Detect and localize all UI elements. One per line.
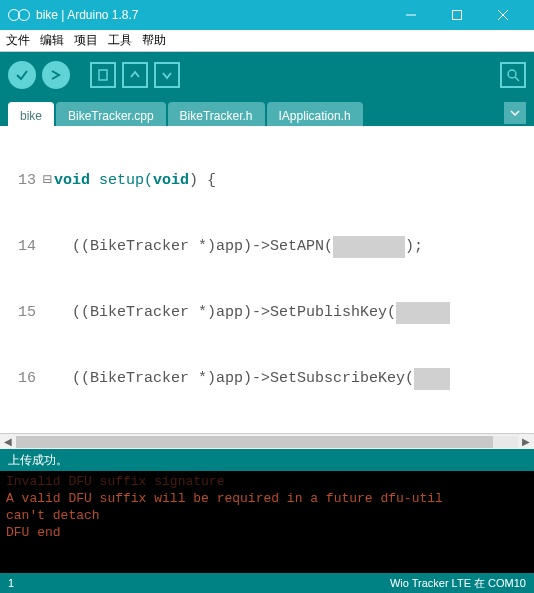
footer-board-info: Wio Tracker LTE 在 COM10 <box>390 576 526 591</box>
save-button[interactable] <box>154 62 180 88</box>
chevron-down-icon <box>510 108 520 118</box>
arrow-right-icon <box>49 68 63 82</box>
magnifier-icon <box>506 68 520 82</box>
console-line: A valid DFU suffix will be required in a… <box>6 490 528 507</box>
upload-button[interactable] <box>42 61 70 89</box>
console-line: Invalid DFU suffix signature <box>6 473 528 490</box>
close-button[interactable] <box>480 0 526 30</box>
status-bar: 上传成功。 <box>0 449 534 471</box>
menubar: 文件 编辑 项目 工具 帮助 <box>0 30 534 52</box>
console-line: DFU end <box>6 524 528 541</box>
arrow-up-icon <box>128 68 142 82</box>
minimize-icon <box>406 10 416 20</box>
svg-point-5 <box>508 70 516 78</box>
fold-icon[interactable]: ⊟ <box>40 170 54 192</box>
menu-project[interactable]: 项目 <box>74 32 98 49</box>
tabbar: bike BikeTracker.cpp BikeTracker.h IAppl… <box>0 98 534 126</box>
check-icon <box>15 68 29 82</box>
svg-rect-1 <box>453 11 462 20</box>
console-line: can't detach <box>6 507 528 524</box>
line-number: 14 <box>0 236 40 258</box>
maximize-button[interactable] <box>434 0 480 30</box>
menu-help[interactable]: 帮助 <box>142 32 166 49</box>
status-message: 上传成功。 <box>8 453 68 467</box>
scroll-right-icon[interactable]: ▶ <box>518 436 534 447</box>
svg-rect-4 <box>99 70 107 80</box>
open-button[interactable] <box>122 62 148 88</box>
titlebar: bike | Arduino 1.8.7 <box>0 0 534 30</box>
tab-iapplication-h[interactable]: IApplication.h <box>267 102 363 126</box>
arduino-logo-icon <box>8 8 30 22</box>
arrow-down-icon <box>160 68 174 82</box>
footer-line-number: 1 <box>8 577 14 589</box>
redacted-text <box>396 302 450 324</box>
scroll-left-icon[interactable]: ◀ <box>0 436 16 447</box>
maximize-icon <box>452 10 462 20</box>
window-title: bike | Arduino 1.8.7 <box>36 8 388 22</box>
menu-edit[interactable]: 编辑 <box>40 32 64 49</box>
new-file-icon <box>96 68 110 82</box>
tab-biketracker-h[interactable]: BikeTracker.h <box>168 102 265 126</box>
verify-button[interactable] <box>8 61 36 89</box>
minimize-button[interactable] <box>388 0 434 30</box>
footer-bar: 1 Wio Tracker LTE 在 COM10 <box>0 573 534 593</box>
line-number: 13 <box>0 170 40 192</box>
horizontal-scrollbar[interactable]: ◀ ▶ <box>0 433 534 449</box>
menu-tools[interactable]: 工具 <box>108 32 132 49</box>
menu-file[interactable]: 文件 <box>6 32 30 49</box>
svg-line-6 <box>515 77 519 81</box>
console-output[interactable]: Invalid DFU suffix signatureA valid DFU … <box>0 471 534 573</box>
tab-biketracker-cpp[interactable]: BikeTracker.cpp <box>56 102 166 126</box>
tab-menu-button[interactable] <box>504 102 526 124</box>
redacted-text <box>414 368 450 390</box>
toolbar <box>0 52 534 98</box>
redacted-text <box>333 236 405 258</box>
new-button[interactable] <box>90 62 116 88</box>
line-number: 15 <box>0 302 40 324</box>
tab-bike[interactable]: bike <box>8 102 54 126</box>
scrollbar-thumb[interactable] <box>16 436 493 448</box>
code-editor[interactable]: 13⊟void setup(void) { 14 ((BikeTracker *… <box>0 126 534 449</box>
code-area[interactable]: 13⊟void setup(void) { 14 ((BikeTracker *… <box>0 126 534 433</box>
line-number: 16 <box>0 368 40 390</box>
serial-monitor-button[interactable] <box>500 62 526 88</box>
close-icon <box>498 10 508 20</box>
